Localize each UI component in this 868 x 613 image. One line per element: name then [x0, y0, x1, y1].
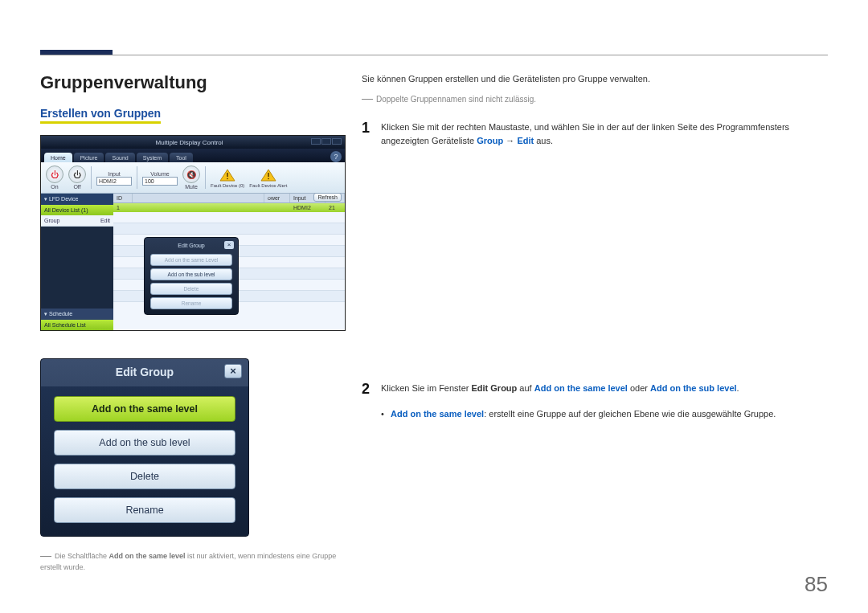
power-on-button[interactable]: ⏻	[46, 166, 63, 183]
col-power: ower	[264, 194, 290, 202]
table-row[interactable]: 1 HDMI2 21	[113, 203, 345, 212]
window-controls[interactable]	[310, 138, 342, 146]
input-select[interactable]: HDMI2	[96, 177, 132, 186]
mdc-title: Multiple Display Control	[155, 139, 223, 146]
help-icon[interactable]: ?	[330, 151, 342, 162]
side-group-label: Group	[44, 218, 59, 223]
step-1: 1 Klicken Sie mit der rechten Maustaste,…	[362, 121, 828, 149]
mdc-toolbar: ⏻On ⏻Off InputHDMI2 Volume100 🔇Mute Faul…	[41, 162, 345, 194]
eg-add-same-level[interactable]: Add on the same level	[54, 396, 235, 422]
mute-label: Mute	[185, 184, 198, 190]
dialog-add-same-level[interactable]: Add on the same Level	[150, 254, 232, 266]
cell-id: 1	[113, 203, 133, 212]
dialog-title: Edit Group	[178, 243, 204, 248]
eg-title: Edit Group	[116, 366, 174, 378]
page-subheading: Erstellen von Gruppen	[40, 107, 161, 124]
on-label: On	[51, 184, 58, 190]
col-id: ID	[113, 194, 133, 202]
side-lfd-head[interactable]: ▾ LFD Device	[41, 194, 113, 205]
tab-system[interactable]: System	[137, 153, 168, 162]
eg-close-button[interactable]: ×	[224, 364, 242, 378]
table-header: ID ower Input	[113, 194, 345, 203]
power-off-button[interactable]: ⏻	[68, 166, 86, 183]
dialog-delete[interactable]: Delete	[150, 283, 232, 295]
page-number: 85	[805, 572, 828, 597]
mute-button[interactable]: 🔇	[182, 166, 200, 183]
cell-vol: 21	[326, 203, 345, 212]
input-label: Input	[108, 171, 121, 177]
side-all-devices[interactable]: All Device List (1)	[41, 205, 113, 215]
cell-input: HDMI2	[290, 203, 326, 212]
page-heading: Gruppenverwaltung	[40, 72, 346, 93]
dialog-rename[interactable]: Rename	[150, 297, 232, 309]
edit-group-dialog-small: Edit Group × Add on the same Level Add o…	[144, 237, 239, 315]
edit-group-dialog-large: Edit Group × Add on the same level Add o…	[40, 358, 249, 537]
step-2: 2 Klicken Sie im Fenster Edit Group auf …	[362, 382, 828, 398]
mdc-screenshot: Multiple Display Control Home Picture So…	[40, 135, 346, 331]
svg-point-5	[268, 178, 269, 179]
svg-point-2	[227, 178, 228, 179]
mdc-titlebar: Multiple Display Control	[41, 136, 345, 149]
fault-alert-label: Fault Device Alert	[249, 183, 287, 188]
tab-picture[interactable]: Picture	[74, 153, 104, 162]
dialog-add-sub-level[interactable]: Add on the sub level	[150, 268, 232, 280]
tab-sound[interactable]: Sound	[105, 153, 134, 162]
fault-alert-icon[interactable]	[260, 168, 277, 182]
bullet-same-level: • Add on the same level: erstellt eine G…	[362, 407, 828, 422]
volume-value[interactable]: 100	[142, 177, 178, 186]
refresh-button[interactable]: Refresh	[313, 193, 342, 202]
eg-add-sub-level[interactable]: Add on the sub level	[54, 430, 235, 456]
tab-home[interactable]: Home	[44, 153, 72, 162]
eg-delete[interactable]: Delete	[54, 464, 235, 489]
step-2-number: 2	[362, 382, 381, 398]
note-text: Doppelte Gruppennamen sind nicht zulässi…	[362, 93, 828, 106]
side-schedule-head[interactable]: ▾ Schedule	[41, 309, 113, 320]
volume-label: Volume	[150, 171, 169, 177]
step-1-number: 1	[362, 121, 381, 149]
eg-rename[interactable]: Rename	[54, 497, 235, 523]
side-schedule-list[interactable]: All Schedule List	[41, 320, 113, 330]
off-label: Off	[73, 184, 80, 190]
left-footnote: Die Schaltfläche Add on the same level i…	[40, 551, 346, 573]
side-group-edit[interactable]: Edit	[100, 218, 110, 223]
fault-device-label: Fault Device (0)	[211, 183, 244, 188]
fault-device-icon[interactable]	[219, 168, 236, 182]
mdc-tabs: Home Picture Sound System Tool ?	[41, 149, 345, 162]
side-group-row[interactable]: Group Edit	[41, 215, 113, 227]
dialog-close-button[interactable]: ×	[224, 241, 234, 249]
intro-text: Sie können Gruppen erstellen und die Ger…	[362, 72, 828, 87]
tab-tool[interactable]: Tool	[170, 153, 193, 162]
